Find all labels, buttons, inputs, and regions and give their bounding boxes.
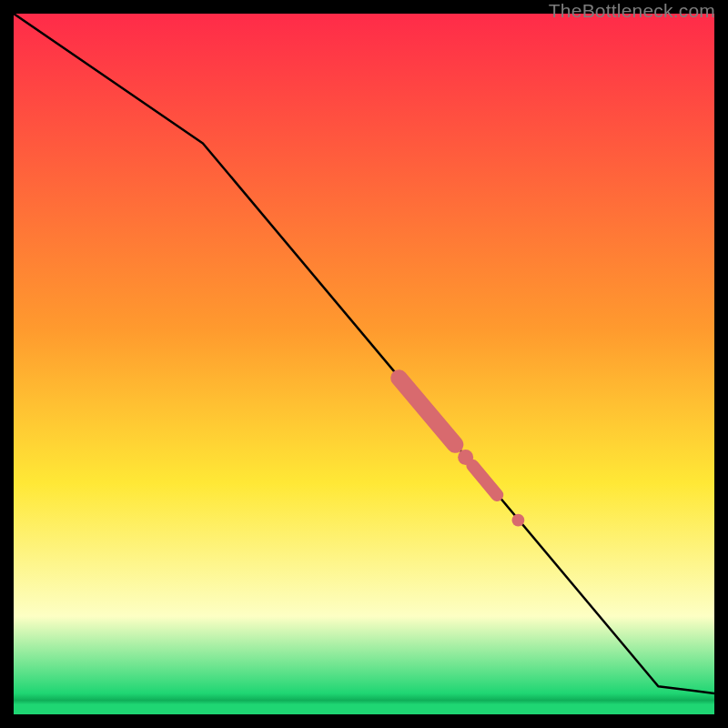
bottleneck-curve	[14, 14, 714, 693]
watermark-text: TheBottleneck.com	[549, 0, 715, 22]
highlight-segment-2	[472, 466, 497, 495]
chart-frame: TheBottleneck.com	[0, 0, 728, 728]
curve-layer	[14, 14, 714, 714]
plot-area	[14, 14, 714, 714]
highlight-dot-3	[512, 514, 525, 527]
highlight-segment-0	[399, 378, 456, 444]
